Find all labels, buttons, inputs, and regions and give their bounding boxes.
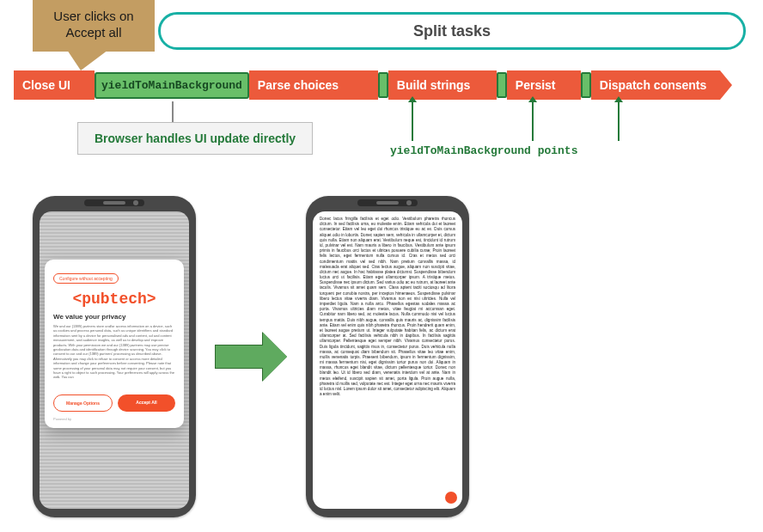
- phone-speaker-icon: [376, 201, 399, 205]
- dialog-heading: We value your privacy: [53, 313, 175, 321]
- chip-yield-to-main: yieldToMainBackground: [95, 72, 249, 99]
- phone-before-screen: Configure without accepting <pubtech> We…: [40, 211, 189, 509]
- task-build-label: Build strings: [397, 78, 471, 92]
- manage-options-button[interactable]: Manage Options: [53, 394, 113, 412]
- up-arrow-3-icon: [618, 101, 620, 141]
- yield-point-3: [581, 72, 591, 98]
- angle-left-icon: <: [72, 290, 82, 308]
- callout-line1: User clicks on: [38, 9, 150, 25]
- powered-by-label: Powered by: [53, 417, 175, 421]
- task-close-ui-label: Close UI: [22, 78, 70, 92]
- phones-row: Configure without accepting <pubtech> We…: [33, 196, 469, 517]
- split-tasks-pill: Split tasks: [158, 12, 746, 50]
- brand-text: pubtech: [82, 290, 147, 308]
- chip-yield-label: yieldToMainBackground: [101, 79, 242, 92]
- article-text: Donec lacus fringilla facilisis et eget …: [320, 217, 455, 397]
- accept-all-label: Accept All: [136, 400, 156, 405]
- task-persist: Persist: [507, 70, 581, 100]
- phone-speaker-icon: [103, 201, 125, 205]
- floating-action-button[interactable]: [445, 492, 457, 504]
- angle-right-icon: >: [147, 290, 156, 308]
- accept-all-button[interactable]: Accept All: [118, 394, 175, 412]
- task-parse-choices: Parse choices: [249, 70, 378, 100]
- dialog-buttons: Manage Options Accept All: [53, 394, 175, 412]
- split-tasks-label: Split tasks: [413, 22, 491, 40]
- up-arrow-1-icon: [412, 101, 413, 141]
- consent-dialog: Configure without accepting <pubtech> We…: [45, 260, 184, 428]
- up-arrow-2-icon: [532, 101, 534, 141]
- phone-after: Donec lacus fringilla facilisis et eget …: [306, 196, 469, 517]
- explain-browser-handles-ui: Browser handles UI update directly: [77, 122, 313, 155]
- yield-points-label: yieldToMainBackground points: [390, 144, 577, 157]
- explain-text: Browser handles UI update directly: [95, 131, 296, 145]
- timeline-arrowhead-icon: [720, 70, 732, 100]
- callout-user-clicks: User clicks on Accept all: [33, 0, 155, 52]
- configure-link-label: Configure without accepting: [59, 276, 113, 281]
- brand-logo: <pubtech>: [53, 290, 175, 308]
- task-timeline: Close UI yieldToMainBackground Parse cho…: [14, 70, 732, 100]
- task-persist-label: Persist: [516, 78, 556, 92]
- transition-arrow-icon: [215, 333, 287, 381]
- yield-point-1: [378, 72, 388, 98]
- phone-before: Configure without accepting <pubtech> We…: [33, 196, 196, 517]
- phone-camera-icon: [133, 200, 138, 205]
- task-dispatch-label: Dispatch consents: [600, 78, 706, 92]
- task-close-ui: Close UI: [14, 70, 95, 100]
- configure-without-accepting-link[interactable]: Configure without accepting: [53, 273, 119, 284]
- phone-camera-icon: [406, 200, 412, 205]
- callout-line2: Accept all: [38, 25, 150, 41]
- connector-line: [172, 101, 174, 122]
- dialog-body-text: We and our (1389) partners store and/or …: [53, 324, 175, 388]
- yield-point-2: [497, 72, 507, 98]
- manage-options-label: Manage Options: [66, 401, 100, 406]
- article-content: Donec lacus fringilla facilisis et eget …: [313, 211, 462, 509]
- task-dispatch-consents: Dispatch consents: [591, 70, 720, 100]
- task-build-strings: Build strings: [388, 70, 497, 100]
- yield-points-text: yieldToMainBackground points: [390, 144, 577, 157]
- task-parse-label: Parse choices: [258, 78, 339, 92]
- phone-after-screen: Donec lacus fringilla facilisis et eget …: [313, 211, 462, 509]
